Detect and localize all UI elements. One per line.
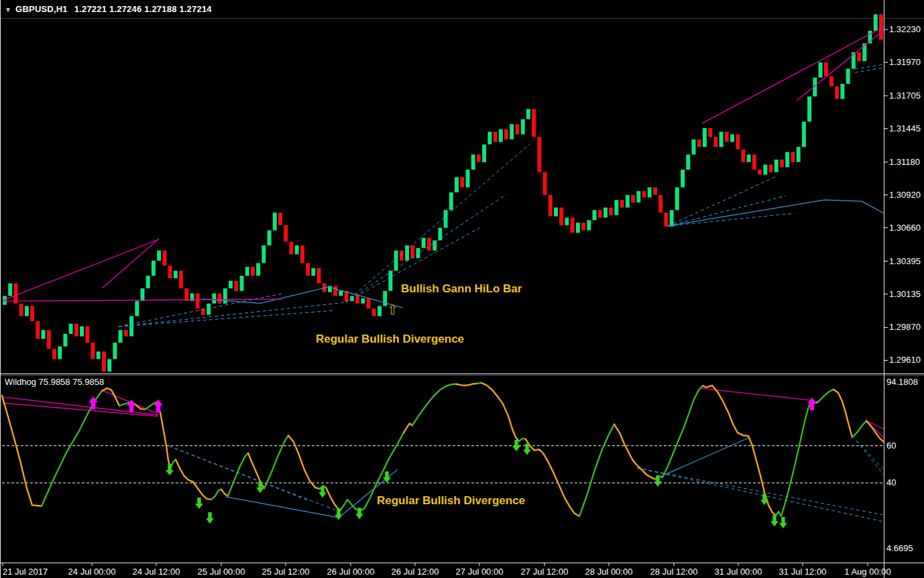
candle-down — [477, 154, 481, 162]
indicator-trendline[interactable] — [3, 397, 158, 415]
candle-up — [487, 132, 492, 145]
candle-down — [91, 343, 95, 359]
candle-down — [179, 271, 183, 288]
time-axis-label: 21 Jul 2017 — [3, 567, 48, 577]
candle-up — [157, 251, 161, 261]
candle-down — [609, 208, 613, 215]
candle-up — [141, 288, 145, 301]
candle-up — [819, 62, 823, 78]
divergence-dashed-line[interactable] — [855, 68, 884, 72]
candle-up — [388, 271, 392, 291]
symbol-dropdown-icon[interactable]: ▼ — [5, 6, 11, 13]
candle-up — [840, 84, 844, 99]
divergence-dashed-line[interactable] — [119, 310, 335, 327]
trendline[interactable] — [797, 30, 884, 101]
price-axis-label: 1.30135 — [889, 289, 921, 299]
gann-hilo-up-arrow-icon[interactable]: ⇧ — [387, 302, 398, 318]
buy-signal-arrow-icon[interactable] — [770, 515, 778, 526]
chart-annotation-text[interactable]: Regular Bullish Divergence — [377, 494, 525, 508]
trendline[interactable] — [702, 27, 884, 123]
candle-down — [218, 294, 222, 304]
indicator-divergence-dashed[interactable] — [856, 441, 884, 475]
buy-signal-arrow-icon[interactable] — [335, 509, 343, 520]
candle-down — [19, 304, 23, 316]
candle-down — [857, 52, 861, 61]
candle-down — [289, 241, 293, 254]
candle-down — [642, 191, 646, 197]
candle-down — [184, 288, 188, 301]
wildhog-line-up — [264, 435, 288, 488]
candle-up — [482, 144, 486, 162]
trendline[interactable] — [102, 239, 159, 288]
candle-up — [416, 248, 420, 258]
wildhog-line-up — [818, 390, 833, 402]
candle-up — [80, 327, 84, 337]
buy-signal-arrow-icon[interactable] — [779, 517, 787, 528]
candle-up — [747, 154, 751, 162]
candle-down — [410, 245, 414, 258]
wildhog-line-down — [176, 459, 211, 500]
candle-down — [658, 195, 662, 213]
candle-up — [273, 213, 277, 230]
candle-up — [807, 97, 811, 122]
trendline[interactable] — [3, 239, 159, 300]
candle-down — [124, 330, 128, 336]
candle-down — [400, 251, 404, 261]
candle-down — [168, 266, 172, 278]
candle-up — [97, 351, 101, 359]
candle-down — [300, 245, 304, 263]
candle-down — [367, 298, 371, 308]
buy-signal-arrow-icon[interactable] — [206, 512, 214, 524]
candle-up — [69, 324, 73, 334]
wildhog-line-up — [211, 489, 221, 500]
divergence-dashed-line[interactable] — [345, 144, 530, 302]
indicator-trendline[interactable] — [701, 388, 812, 400]
candle-down — [736, 134, 740, 150]
indicator-axis-label: 60 — [886, 441, 896, 451]
wildhog-line-up — [852, 421, 866, 438]
symbol-title: GBPUSD,H1 — [15, 4, 68, 14]
indicator-divergence-dashed[interactable] — [856, 441, 884, 469]
chart-annotation-text[interactable]: Regular Bullish Divergence — [316, 333, 464, 346]
candle-up — [42, 330, 46, 339]
wildhog-line-down — [456, 384, 477, 386]
price-axis-label: 1.31445 — [889, 123, 921, 133]
indicator-divergence-dashed[interactable] — [169, 446, 308, 500]
indicator-axis-label: 40 — [886, 477, 896, 487]
divergence-dashed-line[interactable] — [668, 196, 786, 226]
candle-up — [58, 347, 62, 359]
candle-up — [146, 276, 150, 288]
candle-down — [36, 321, 40, 339]
candle-up — [763, 165, 767, 175]
time-axis-label: 27 Jul 00:00 — [456, 567, 504, 577]
candle-up — [422, 238, 426, 248]
buy-signal-arrow-icon[interactable] — [195, 498, 203, 509]
chart-window: ▼GBPUSD,H11.27221 1.27246 1.27188 1.2721… — [0, 0, 924, 578]
chart-annotation-text[interactable]: Bullish Gann HiLo Bar — [401, 282, 522, 296]
wildhog-line-up — [519, 439, 526, 441]
candle-down — [829, 76, 833, 86]
candle-up — [295, 245, 299, 254]
candle-down — [306, 263, 310, 276]
candle-down — [742, 150, 746, 162]
time-axis-label: 25 Jul 00:00 — [198, 567, 245, 577]
wildhog-line-down — [481, 383, 519, 441]
candle-down — [537, 137, 541, 172]
wildhog-line-down — [326, 487, 337, 508]
buy-signal-arrow-icon[interactable] — [166, 464, 174, 475]
price-axis-label: 1.31180 — [889, 157, 920, 167]
candle-up — [846, 68, 850, 84]
time-axis-label: 26 Jul 12:00 — [392, 567, 439, 577]
time-axis-label: 28 Jul 12:00 — [650, 567, 698, 577]
candle-down — [559, 208, 563, 225]
candle-down — [284, 225, 288, 242]
gann-hilo-line[interactable] — [203, 287, 402, 308]
sell-signal-arrow-icon[interactable] — [154, 400, 163, 412]
time-axis-label: 28 Jul 00:00 — [585, 567, 633, 577]
buy-signal-arrow-icon[interactable] — [383, 471, 391, 483]
candle-down — [372, 308, 376, 316]
candle-up — [240, 276, 244, 291]
divergence-dashed-line[interactable] — [119, 302, 345, 327]
gann-hilo-line[interactable] — [668, 200, 884, 226]
candle-down — [504, 129, 508, 139]
